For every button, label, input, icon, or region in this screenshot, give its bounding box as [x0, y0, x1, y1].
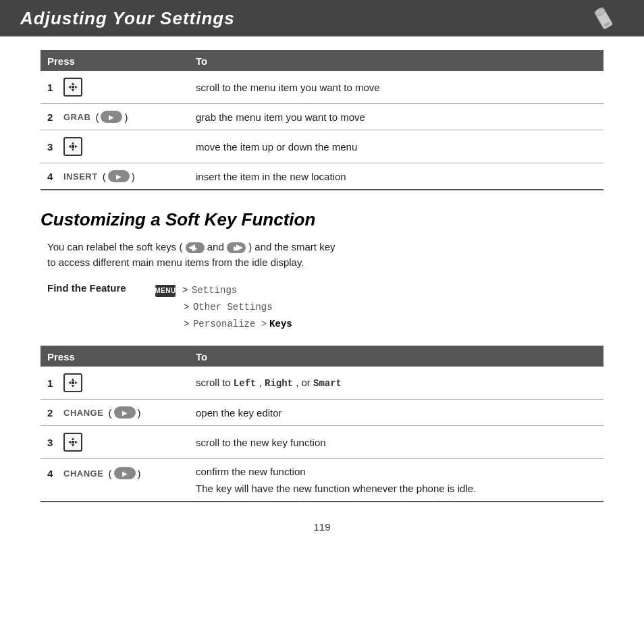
table2-header: Press To — [41, 346, 603, 367]
page-header: Adjusting Your Settings — [0, 0, 644, 36]
svg-marker-15 — [72, 385, 74, 387]
to-cell: scroll to Left , Right , or Smart — [189, 367, 603, 400]
phone-key-icon — [108, 170, 130, 182]
change-label: CHANGE — [63, 408, 103, 418]
to-cell: move the item up or down the menu — [189, 130, 603, 163]
to-cell: scroll to the menu item you want to move — [189, 71, 603, 104]
svg-marker-19 — [72, 437, 74, 440]
phone-key-icon — [101, 111, 122, 123]
svg-rect-13 — [72, 145, 74, 148]
section2-description: You can relabel the soft keys ( and ) an… — [47, 240, 603, 270]
table2-col-to: To — [189, 346, 603, 367]
press-cell: 4 INSERT ( ) — [47, 170, 182, 182]
table-row: 2 GRAB ( ) grab the menu item you want t… — [41, 104, 603, 130]
svg-marker-7 — [75, 86, 78, 88]
svg-marker-9 — [72, 142, 74, 144]
table-row: 2 CHANGE ( ) open the key editor — [41, 400, 603, 426]
table2: Press To 1 scroll to Left , — [41, 346, 603, 502]
find-feature-path: MENU > Settings > Other Settings > Perso… — [155, 282, 292, 332]
svg-marker-21 — [68, 441, 71, 444]
svg-marker-22 — [75, 441, 78, 444]
find-feature-label: Find the Feature — [47, 282, 155, 294]
find-feature-block: Find the Feature MENU > Settings > Other… — [47, 282, 603, 332]
to-cell: scroll to the new key function — [189, 426, 603, 459]
svg-rect-18 — [72, 381, 74, 384]
insert-label: INSERT — [63, 171, 98, 182]
phone-key-icon — [114, 406, 136, 419]
svg-marker-6 — [68, 86, 71, 88]
svg-marker-16 — [68, 381, 71, 384]
table-row: 1 scroll to Left , Right , or Smart — [41, 367, 603, 400]
table-row: 4 CHANGE ( ) confirm the new function Th… — [41, 459, 603, 502]
svg-marker-11 — [68, 145, 71, 148]
svg-rect-23 — [72, 441, 74, 444]
table1: Press To 1 scroll to the menu item you w… — [41, 50, 603, 190]
press-cell: 2 GRAB ( ) — [47, 111, 182, 123]
svg-marker-20 — [72, 444, 74, 447]
table-row: 1 scroll to the menu item you want to mo… — [41, 71, 603, 104]
grab-label: GRAB — [63, 112, 90, 122]
press-cell: 4 CHANGE ( ) — [47, 467, 182, 479]
table1-col-press: Press — [41, 51, 189, 71]
table-row: 3 move the item up or down the menu — [41, 130, 603, 163]
press-cell: 3 — [47, 137, 182, 156]
press-cell: 1 — [47, 373, 182, 392]
press-cell: 2 CHANGE ( ) — [47, 406, 182, 419]
svg-marker-12 — [75, 145, 78, 148]
to-cell: insert the item in the new location — [189, 163, 603, 190]
svg-marker-17 — [75, 381, 78, 384]
page-title: Adjusting Your Settings — [20, 8, 235, 29]
svg-marker-14 — [72, 378, 74, 381]
svg-rect-8 — [72, 86, 74, 88]
press-cell: 3 — [47, 433, 182, 452]
press-cell: 1 — [47, 78, 182, 97]
table1-col-to: To — [189, 51, 603, 71]
table1-header: Press To — [41, 51, 603, 71]
left-soft-key-icon — [186, 242, 205, 253]
nav-icon — [63, 137, 82, 156]
menu-icon: MENU — [155, 285, 176, 297]
nav-icon — [63, 433, 82, 452]
page-number: 119 — [41, 521, 603, 533]
svg-marker-4 — [72, 82, 74, 85]
nav-icon — [63, 373, 82, 392]
wrench-icon — [583, 5, 624, 32]
table2-col-press: Press — [41, 346, 189, 367]
svg-marker-10 — [72, 149, 74, 151]
to-cell: open the key editor — [189, 400, 603, 426]
phone-key-icon — [114, 467, 136, 479]
section2-title: Customizing a Soft Key Function — [41, 209, 603, 230]
svg-marker-5 — [72, 89, 74, 92]
main-content: Press To 1 scroll to the menu item you w… — [0, 36, 644, 546]
change-label2: CHANGE — [63, 468, 103, 479]
to-cell: confirm the new function The key will ha… — [189, 459, 603, 502]
table-row: 4 INSERT ( ) insert the item in the new … — [41, 163, 603, 190]
table-row: 3 scroll to the new key function — [41, 426, 603, 459]
to-cell: grab the menu item you want to move — [189, 104, 603, 130]
right-soft-key-icon — [227, 242, 246, 253]
nav-icon — [63, 78, 82, 97]
